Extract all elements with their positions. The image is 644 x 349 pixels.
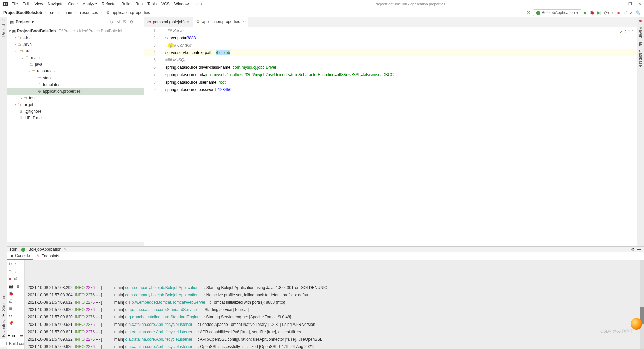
update-icon[interactable]: ⟳ <box>9 269 12 274</box>
hide-icon[interactable]: — <box>137 20 141 24</box>
code-editor[interactable]: ✔2 ˄ ˅ 123456789 ### Serverserver.port=8… <box>144 27 637 246</box>
console-scrollbar[interactable] <box>640 260 644 349</box>
tree-root[interactable]: ▿ ▣ ProjectBootBoleJob E:\Projects-Idea\… <box>7 28 144 34</box>
minimize-button[interactable]: — <box>618 2 622 6</box>
editor-tab-pom-xml--bolejob-[interactable]: mpom.xml (bolejob)× <box>144 17 193 27</box>
coverage-button[interactable]: ▶| <box>597 10 601 15</box>
menu-run[interactable]: Run <box>135 2 143 6</box>
beans-icon[interactable]: 🐞 <box>9 291 14 296</box>
favorites-tool-label[interactable]: Favorites <box>1 320 6 337</box>
menu-build[interactable]: Build <box>121 2 130 6</box>
inspection-widget[interactable]: ✔2 ˄ ˅ <box>620 28 633 36</box>
menu-view[interactable]: View <box>34 2 43 6</box>
menu-help[interactable]: Help <box>193 2 202 6</box>
log-line: 2021-10-08 21:57:08.292 INFO 2276 --- [ … <box>28 284 641 291</box>
menu-window[interactable]: Window <box>174 2 189 6</box>
tree-node-resources[interactable]: ⌄ 🗀 resources <box>7 68 144 74</box>
close-tab-icon[interactable]: × <box>64 247 66 252</box>
breadcrumb-segment[interactable]: main <box>63 10 72 15</box>
left-tool-strip-bottom[interactable]: Structure ★ Favorites <box>0 154 7 339</box>
project-tool-label[interactable]: Project <box>1 24 6 37</box>
close-tab-icon[interactable]: × <box>187 20 189 24</box>
tree-node-application-properties[interactable]: ⚙ application.properties <box>7 88 144 95</box>
horizontal-scrollbar[interactable] <box>7 242 144 246</box>
line-gutter[interactable]: 123456789 <box>144 27 160 246</box>
camera-icon[interactable]: 📷 <box>9 284 14 289</box>
project-tree[interactable]: ▿ ▣ ProjectBootBoleJob E:\Projects-Idea\… <box>7 27 144 242</box>
tree-node--gitignore[interactable]: 🗎 .gitignore <box>7 108 144 115</box>
trash-icon[interactable]: 🗑 <box>9 306 13 311</box>
structure-tool-label[interactable]: Structure <box>1 295 6 311</box>
close-tab-icon[interactable]: × <box>242 19 245 24</box>
tree-node-target[interactable]: › 🗀 target <box>7 101 144 108</box>
profile-button[interactable]: ◔▾ <box>604 10 609 15</box>
run-button[interactable]: ▶ <box>584 10 587 15</box>
up-icon[interactable]: ↑ <box>15 262 17 266</box>
database-tool-label[interactable]: Database <box>638 50 643 67</box>
project-header: ▤ Project ▾ ⊙ ⇲ ⇱ ⚙ — <box>7 17 144 27</box>
editor-tab-application-properties[interactable]: ⚙application.properties× <box>193 17 248 27</box>
maven-tool-label[interactable]: Maven <box>638 26 643 38</box>
expand-all-icon[interactable]: ⇲ <box>116 20 120 24</box>
tree-node-HELP-md[interactable]: 🗎 HELP.md <box>7 115 144 121</box>
tree-node--idea[interactable]: › 🗀 .idea <box>7 34 144 41</box>
navigation-bar: ProjectBootBoleJob〉src〉main〉resources〉⚙ … <box>0 8 644 17</box>
update-button[interactable]: ↙ <box>630 10 633 15</box>
stop-button[interactable]: ■ <box>617 10 620 15</box>
console-tab[interactable]: ▶Console <box>7 252 33 260</box>
tree-node-templates[interactable]: 🗀 templates <box>7 81 144 88</box>
breadcrumb-segment[interactable]: src <box>50 10 55 15</box>
wrap-icon[interactable]: ⏎ <box>14 277 17 281</box>
gear-icon[interactable]: ⚙ <box>130 20 133 24</box>
gear-icon[interactable]: ⚙ <box>631 247 635 252</box>
run-app-tab[interactable]: BolejobApplication <box>28 247 61 252</box>
menu-code[interactable]: Code <box>68 2 78 6</box>
chevron-down-icon[interactable]: ˅ <box>631 28 633 36</box>
menu-file[interactable]: File <box>11 2 18 6</box>
menu-edit[interactable]: Edit <box>23 2 30 6</box>
tree-node-java[interactable]: › 🗀 java <box>7 61 144 68</box>
chevron-up-icon[interactable]: ˄ <box>628 28 630 36</box>
close-button[interactable]: ✕ <box>638 2 641 6</box>
inspection-count: 2 <box>624 28 627 36</box>
tree-node-src[interactable]: ⌄ 🗀 src <box>7 48 144 54</box>
tree-node-main[interactable]: ⌄ 🗀 main <box>7 54 144 61</box>
debug-button[interactable]: 🐞 <box>590 10 595 15</box>
breadcrumb-segment[interactable]: application.properties <box>112 10 150 15</box>
run-config-selector[interactable]: ⬤ BolejobApplication ▾ <box>533 9 581 16</box>
run-sub-tabs: ▶Console ↯Endpoints <box>7 252 644 260</box>
git-button[interactable]: ⎇ <box>622 10 627 15</box>
code-content[interactable]: ### Serverserver.port=8888#💡# Contextser… <box>160 27 637 246</box>
tree-node-test[interactable]: › 🗀 test <box>7 95 144 101</box>
collapse-all-icon[interactable]: ⇱ <box>123 20 126 24</box>
hide-icon[interactable]: — <box>637 247 641 252</box>
rerun-icon[interactable]: ↻ <box>9 262 12 266</box>
breadcrumb-segment[interactable]: resources <box>80 10 98 15</box>
search-button[interactable]: 🔍 <box>636 10 641 15</box>
menu-vcs[interactable]: VCS <box>161 2 170 6</box>
tree-node--mvn[interactable]: › 🗀 .mvn <box>7 41 144 48</box>
status-icon[interactable]: ☐ <box>3 341 7 346</box>
chevron-down-icon[interactable]: ▾ <box>32 20 34 24</box>
layout-icon[interactable]: ☷ <box>9 313 12 318</box>
console-output[interactable]: 2021-10-08 21:57:08.292 INFO 2276 --- [ … <box>25 260 644 349</box>
attach-button[interactable]: ⎋ <box>612 10 614 15</box>
select-opened-icon[interactable]: ⊙ <box>110 20 113 24</box>
build-icon[interactable]: ⚒ <box>527 10 530 15</box>
pin-icon[interactable]: 📌 <box>9 321 14 326</box>
menu-tools[interactable]: Tools <box>147 2 157 6</box>
assistant-icon[interactable] <box>631 318 642 330</box>
breadcrumb-segment[interactable]: ProjectBootBoleJob <box>3 10 42 15</box>
menu-refactor[interactable]: Refactor <box>102 2 117 6</box>
right-tool-strip[interactable]: m Maven 🗄 Database <box>637 17 644 246</box>
breadcrumb[interactable]: ProjectBootBoleJob〉src〉main〉resources〉⚙ … <box>3 10 150 16</box>
tree-node-static[interactable]: 🗀 static <box>7 74 144 81</box>
scroll-icon[interactable]: ⇊ <box>16 284 20 289</box>
menu-analyze[interactable]: Analyze <box>83 2 97 6</box>
endpoints-tab[interactable]: ↯Endpoints <box>33 252 62 260</box>
menu-navigate[interactable]: Navigate <box>48 2 63 6</box>
down-icon[interactable]: ↓ <box>15 269 17 274</box>
maximize-button[interactable]: ❐ <box>628 2 632 6</box>
stop-icon[interactable]: ■ <box>9 277 11 281</box>
print-icon[interactable]: 🖨 <box>9 299 13 303</box>
